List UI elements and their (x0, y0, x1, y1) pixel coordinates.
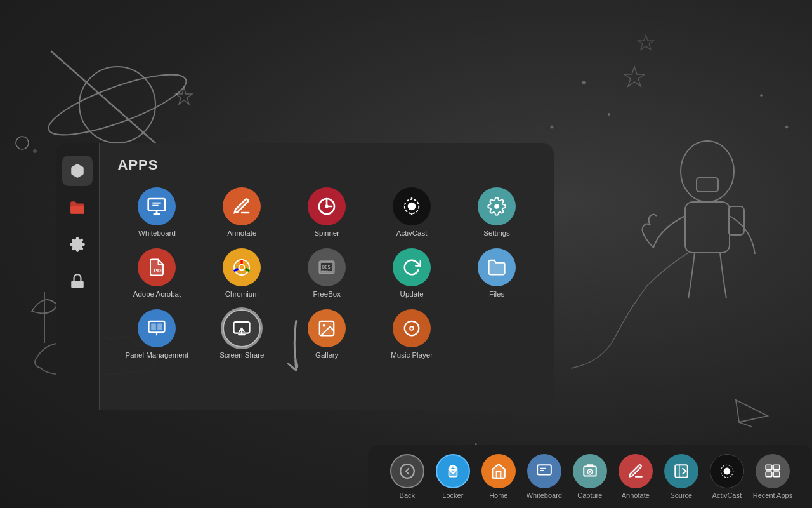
svg-rect-44 (152, 324, 157, 330)
screen-share-icon (223, 309, 261, 347)
app-panel-management[interactable]: Panel Management (118, 309, 197, 359)
apps-grid: Whiteboard Annotate Spinner (118, 187, 537, 359)
annotate-taskbar-icon (619, 454, 653, 488)
taskbar-whiteboard[interactable]: Whiteboard (525, 454, 564, 499)
taskbar-locker[interactable]: Locker (433, 454, 473, 499)
music-player-label: Music Player (391, 351, 433, 359)
app-settings[interactable]: Settings (457, 187, 536, 237)
spinner-label: Spinner (314, 229, 339, 237)
svg-point-53 (400, 464, 414, 478)
taskbar-capture[interactable]: Capture (570, 454, 610, 499)
sidebar-item-apps[interactable] (62, 156, 93, 186)
whiteboard-taskbar-icon (527, 454, 561, 488)
app-annotate[interactable]: Annotate (202, 187, 281, 237)
activcast-taskbar-label: ActivCast (712, 491, 742, 499)
app-music-player[interactable]: Music Player (372, 309, 451, 359)
activcast-taskbar-icon (710, 454, 744, 488)
svg-rect-67 (766, 472, 772, 477)
whiteboard-icon (138, 187, 176, 225)
files-icon (478, 248, 516, 286)
sidebar-item-lock[interactable] (62, 266, 93, 297)
svg-point-63 (723, 467, 730, 474)
freebox-label: FreeBox (313, 290, 341, 298)
whiteboard-label: Whiteboard (138, 229, 176, 237)
panel-management-icon (138, 309, 176, 347)
taskbar-home[interactable]: Home (479, 454, 518, 499)
box-icon (69, 163, 86, 179)
capture-taskbar-label: Capture (577, 491, 602, 499)
svg-point-56 (452, 472, 454, 474)
svg-rect-68 (773, 472, 780, 477)
gallery-label: Gallery (315, 351, 338, 359)
taskbar-back[interactable]: Back (388, 454, 427, 499)
svg-rect-19 (70, 206, 84, 214)
update-label: Update (400, 290, 424, 298)
svg-rect-21 (71, 281, 84, 288)
app-activcast[interactable]: ActivCast (372, 187, 451, 237)
activcast-icon (393, 187, 431, 225)
adobe-label: Adobe Acrobat (133, 290, 181, 298)
activcast-label: ActivCast (396, 229, 428, 237)
source-taskbar-label: Source (670, 491, 692, 499)
update-icon (393, 248, 431, 286)
settings-label: Settings (483, 229, 510, 237)
lock-icon (69, 273, 86, 290)
svg-rect-65 (766, 465, 772, 470)
svg-point-31 (494, 204, 499, 209)
apps-title: APPS (118, 157, 537, 173)
source-taskbar-icon (664, 454, 698, 488)
home-taskbar-icon (481, 454, 516, 488)
svg-rect-22 (148, 199, 166, 211)
svg-point-52 (410, 327, 413, 330)
taskbar: Back Locker Home Whiteboard (368, 444, 812, 508)
svg-rect-45 (158, 324, 163, 330)
app-whiteboard[interactable]: Whiteboard (118, 187, 197, 237)
app-chromium[interactable]: Chromium (202, 248, 281, 298)
folder-icon (69, 199, 86, 216)
taskbar-activcast[interactable]: ActivCast (707, 454, 747, 499)
sidebar-item-settings[interactable] (62, 229, 93, 260)
app-update[interactable]: Update (372, 248, 451, 298)
annotate-label: Annotate (227, 229, 256, 237)
app-files[interactable]: Files (457, 248, 536, 298)
whiteboard-taskbar-label: Whiteboard (527, 491, 562, 499)
svg-point-49 (323, 324, 325, 327)
app-spinner[interactable]: Spinner (287, 187, 366, 237)
sidebar-item-files[interactable] (62, 192, 93, 223)
taskbar-annotate[interactable]: Annotate (616, 454, 655, 499)
panel-management-label: Panel Management (126, 351, 189, 359)
svg-point-27 (408, 203, 416, 211)
files-label: Files (489, 290, 504, 298)
recent-apps-taskbar-icon (756, 454, 790, 488)
svg-point-35 (240, 265, 244, 270)
chromium-icon (223, 248, 261, 286)
recent-apps-taskbar-label: Recent Apps (753, 491, 792, 499)
svg-text:PDF: PDF (154, 267, 165, 274)
chromium-label: Chromium (225, 290, 259, 298)
svg-rect-59 (586, 464, 593, 466)
taskbar-source[interactable]: Source (662, 454, 701, 499)
taskbar-recent-apps[interactable]: Recent Apps (753, 454, 792, 499)
screen-share-label: Screen Share (219, 351, 264, 359)
annotate-taskbar-label: Annotate (622, 491, 650, 499)
locker-taskbar-label: Locker (442, 491, 463, 499)
freebox-icon: DOS BOX (308, 248, 346, 286)
music-player-icon (393, 309, 431, 347)
svg-point-61 (589, 471, 591, 472)
svg-rect-57 (537, 465, 551, 474)
home-taskbar-label: Home (489, 491, 508, 499)
settings-app-icon (478, 187, 516, 225)
svg-point-26 (325, 204, 329, 208)
adobe-icon: PDF (138, 248, 176, 286)
apps-content: APPS Whiteboard Annotate (100, 143, 554, 410)
svg-text:BOX: BOX (322, 269, 328, 273)
spinner-icon (308, 187, 346, 225)
locker-taskbar-icon (436, 454, 470, 488)
settings-icon (69, 236, 86, 253)
app-freebox[interactable]: DOS BOX FreeBox (287, 248, 366, 298)
capture-taskbar-icon (573, 454, 607, 488)
app-adobe-acrobat[interactable]: PDF Adobe Acrobat (118, 248, 197, 298)
back-taskbar-icon (390, 454, 424, 488)
back-taskbar-label: Back (400, 491, 415, 499)
sidebar (56, 143, 99, 410)
